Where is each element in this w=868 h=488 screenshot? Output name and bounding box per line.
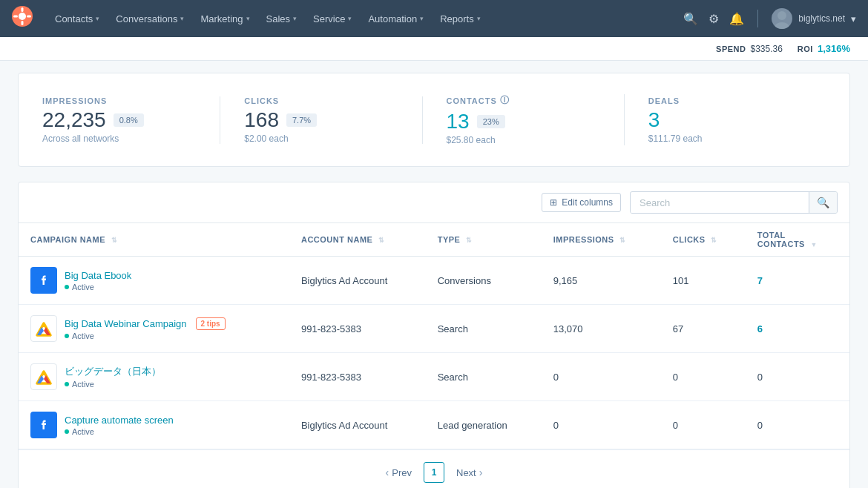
impressions-value: 22,235	[42, 110, 106, 131]
total-contacts-cell: 0	[746, 353, 849, 401]
page-1[interactable]: 1	[424, 462, 444, 483]
google-ads-icon	[30, 315, 57, 342]
navbar-divider	[757, 10, 758, 27]
pagination: ‹ Prev 1 Next ›	[19, 449, 849, 488]
campaign-status: Active	[72, 380, 94, 389]
stats-card: IMPRESSIONS 22,235 0.8% Across all netwo…	[18, 73, 850, 167]
prev-label: Prev	[392, 467, 412, 478]
edit-columns-label: Edit columns	[562, 197, 613, 208]
spend-value: $335.36	[750, 44, 782, 54]
svg-point-7	[775, 22, 789, 29]
col-campaign-name: CAMPAIGN NAME ⇅	[19, 223, 289, 257]
status-dot	[65, 382, 69, 386]
account-menu[interactable]: biglytics.net ▾	[772, 8, 856, 29]
campaign-name-link[interactable]: ビッグデータ（日本）	[65, 365, 161, 378]
nav-reports[interactable]: Reports ▾	[433, 9, 488, 29]
nav-sales[interactable]: Sales ▾	[259, 9, 305, 29]
col-type: TYPE ⇅	[426, 223, 542, 257]
total-contacts-value[interactable]: 6	[757, 323, 763, 334]
roi-value: 1,316%	[818, 43, 850, 54]
search-box: 🔍	[630, 191, 838, 214]
nav-contacts[interactable]: Contacts ▾	[47, 9, 107, 29]
campaigns-table: CAMPAIGN NAME ⇅ ACCOUNT NAME ⇅ TYPE ⇅ IM…	[19, 223, 849, 449]
search-icon[interactable]: 🔍	[683, 12, 698, 26]
next-chevron-icon: ›	[479, 466, 483, 478]
campaign-name-cell: ビッグデータ（日本） Active	[19, 353, 289, 401]
chevron-icon: ▾	[293, 15, 297, 22]
campaign-name-link[interactable]: Capture automate screen	[65, 415, 174, 426]
search-input[interactable]	[631, 193, 809, 213]
navbar: Contacts ▾ Conversations ▾ Marketing ▾ S…	[0, 0, 868, 37]
navbar-right: 🔍 ⚙ 🔔 biglytics.net ▾	[683, 8, 856, 29]
col-total-contacts[interactable]: TOTALCONTACTS ▼	[746, 223, 849, 257]
navbar-nav: Contacts ▾ Conversations ▾ Marketing ▾ S…	[47, 9, 683, 29]
nav-automation[interactable]: Automation ▾	[361, 9, 431, 29]
account-name-cell: Biglytics Ad Account	[289, 257, 426, 305]
type-cell: Search	[426, 305, 542, 353]
account-name: biglytics.net	[798, 13, 845, 24]
search-button[interactable]: 🔍	[809, 192, 837, 213]
campaign-name-link[interactable]: Big Data Webinar Campaign	[65, 318, 187, 329]
deals-row: 3	[648, 110, 660, 131]
settings-icon[interactable]: ⚙	[708, 12, 719, 26]
nav-conversations[interactable]: Conversations ▾	[108, 9, 191, 29]
total-contacts-cell: 0	[746, 401, 849, 449]
account-name-cell: Biglytics Ad Account	[289, 401, 426, 449]
clicks-cell: 0	[661, 401, 746, 449]
total-contacts-cell: 6	[746, 305, 849, 353]
col-clicks: CLICKS ⇅	[661, 223, 746, 257]
clicks-badge: 7.7%	[286, 113, 317, 127]
type-cell: Conversions	[426, 257, 542, 305]
sort-icon: ⇅	[619, 237, 626, 244]
table-toolbar: ⊞ Edit columns 🔍	[19, 182, 849, 223]
campaign-name-cell: Big Data Ebook Active	[19, 257, 289, 305]
clicks-cell: 67	[661, 305, 746, 353]
table-row: Big Data Ebook Active Biglytics Ad Accou…	[19, 257, 849, 305]
impressions-cell: 13,070	[542, 305, 661, 353]
campaign-status: Active	[72, 332, 94, 340]
deals-label: DEALS	[648, 96, 680, 105]
campaign-name-cell: Capture automate screen Active	[19, 401, 289, 449]
campaign-status: Active	[72, 283, 94, 291]
table-row: ビッグデータ（日本） Active 991-823-5383 Search 0 …	[19, 353, 849, 401]
account-chevron-icon: ▾	[851, 13, 856, 24]
total-contacts-value: 0	[757, 372, 763, 383]
sort-icon: ⇅	[466, 237, 473, 244]
contacts-badge: 23%	[477, 115, 505, 128]
col-impressions: IMPRESSIONS ⇅	[542, 223, 661, 257]
stat-deals: DEALS 3 $111.79 each	[625, 96, 826, 144]
columns-icon: ⊞	[550, 197, 557, 208]
notifications-icon[interactable]: 🔔	[729, 12, 744, 26]
next-button[interactable]: Next ›	[450, 464, 488, 481]
campaign-name-cell: Big Data Webinar Campaign 2 tips Active	[19, 305, 289, 353]
nav-marketing[interactable]: Marketing ▾	[193, 9, 257, 29]
clicks-sub: $2.00 each	[244, 133, 288, 144]
svg-point-6	[777, 11, 786, 20]
prev-button[interactable]: ‹ Prev	[380, 464, 418, 481]
total-contacts-value[interactable]: 7	[757, 275, 763, 286]
chevron-icon: ▾	[477, 15, 481, 22]
clicks-cell: 101	[661, 257, 746, 305]
campaign-name-link[interactable]: Big Data Ebook	[65, 270, 131, 281]
status-dot	[65, 429, 69, 434]
type-cell: Search	[426, 353, 542, 401]
nav-service[interactable]: Service ▾	[306, 9, 359, 29]
clicks-cell: 0	[661, 353, 746, 401]
svg-rect-3	[22, 21, 24, 25]
clicks-label: CLICKS	[244, 96, 279, 105]
prev-chevron-icon: ‹	[386, 466, 389, 478]
main-content: IMPRESSIONS 22,235 0.8% Across all netwo…	[0, 61, 868, 488]
sort-icon: ⇅	[378, 237, 385, 244]
facebook-icon	[30, 267, 57, 294]
edit-columns-button[interactable]: ⊞ Edit columns	[542, 193, 621, 212]
google-ads-icon	[30, 363, 57, 390]
account-name-cell: 991-823-5383	[289, 305, 426, 353]
topbar: SPEND $335.36 ROI 1,316%	[0, 37, 868, 61]
table-header-row: CAMPAIGN NAME ⇅ ACCOUNT NAME ⇅ TYPE ⇅ IM…	[19, 223, 849, 257]
status-dot	[65, 285, 69, 289]
table-section: ⊞ Edit columns 🔍 CAMPAIGN NAME ⇅ ACCOUNT…	[18, 182, 850, 488]
next-label: Next	[456, 467, 476, 478]
hubspot-logo[interactable]	[12, 6, 33, 31]
impressions-label: IMPRESSIONS	[42, 96, 107, 105]
campaign-status: Active	[72, 427, 94, 436]
